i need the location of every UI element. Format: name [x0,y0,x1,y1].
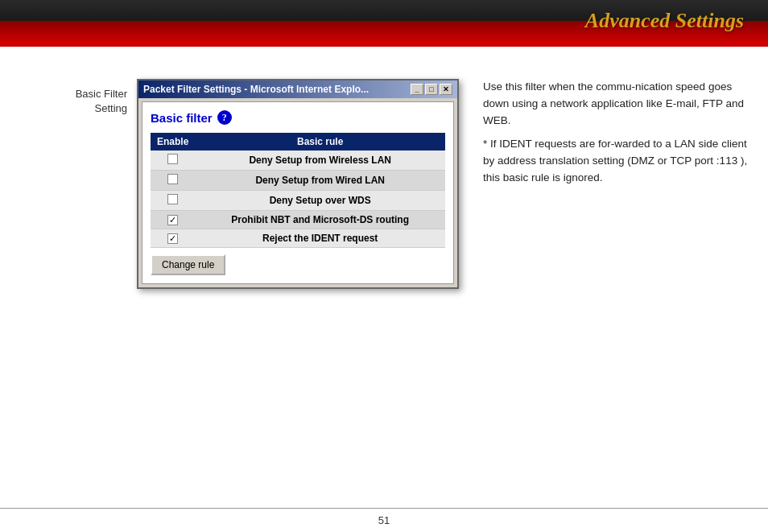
table-row: ✓Prohibit NBT and Microsoft-DS routing [151,211,445,229]
left-label-line1: Basic Filter [76,88,127,100]
table-row: Deny Setup from Wired LAN [151,171,445,191]
table-row: Deny Setup over WDS [151,191,445,211]
page-title: Advanced Settings [585,9,744,33]
minimize-button[interactable]: _ [411,84,423,95]
table-cell-checkbox: ✓ [151,211,195,229]
checkbox-2[interactable] [167,194,178,204]
filter-table: Enable Basic rule Deny Setup from Wirele… [151,133,445,248]
checkbox-1[interactable] [167,174,178,184]
dialog-wrapper: Packet Filter Settings - Microsoft Inter… [137,79,459,289]
main-content: Basic Filter Setting Packet Filter Setti… [0,47,768,508]
table-row: ✓Reject the IDENT request [151,229,445,248]
maximize-button[interactable]: □ [425,84,438,95]
dialog-controls: _ □ ✕ [411,84,452,95]
table-cell-checkbox [151,151,195,171]
table-cell-rule: Deny Setup from Wired LAN [195,171,445,191]
close-button[interactable]: ✕ [440,84,452,95]
right-description: Use this filter when the commu-nication … [459,71,752,193]
description-paragraph1: Use this filter when the commu-nication … [483,79,752,130]
left-label-line2: Setting [95,102,127,114]
checkbox-0[interactable] [167,154,178,164]
basic-filter-label: Basic filter [151,111,213,125]
dialog-title: Packet Filter Settings - Microsoft Inter… [143,84,369,95]
left-label: Basic Filter Setting [32,71,137,116]
page-number: 51 [378,514,390,526]
footer-bar: 51 [0,508,768,532]
basic-filter-header: Basic filter ? [151,110,445,125]
description-paragraph2: * If IDENT requests are for-warded to a … [483,136,752,187]
change-rule-button[interactable]: Change rule [151,254,225,275]
table-cell-rule: Reject the IDENT request [195,229,445,248]
table-cell-checkbox: ✓ [151,229,195,248]
header-bar: Advanced Settings [0,0,768,42]
col-header-rule: Basic rule [195,133,445,151]
help-icon[interactable]: ? [217,110,232,125]
table-cell-rule: Deny Setup from Wireless LAN [195,151,445,171]
table-cell-checkbox [151,191,195,211]
checkbox-3[interactable]: ✓ [167,215,178,225]
col-header-enable: Enable [151,133,195,151]
dialog-window: Packet Filter Settings - Microsoft Inter… [137,79,459,289]
dialog-body: Basic filter ? Enable Basic rule Deny Se… [142,101,454,284]
checkbox-4[interactable]: ✓ [167,233,178,244]
table-cell-checkbox [151,171,195,191]
dialog-titlebar: Packet Filter Settings - Microsoft Inter… [138,80,457,98]
table-cell-rule: Prohibit NBT and Microsoft-DS routing [195,211,445,229]
table-header-row: Enable Basic rule [151,133,445,151]
table-row: Deny Setup from Wireless LAN [151,151,445,171]
table-cell-rule: Deny Setup over WDS [195,191,445,211]
